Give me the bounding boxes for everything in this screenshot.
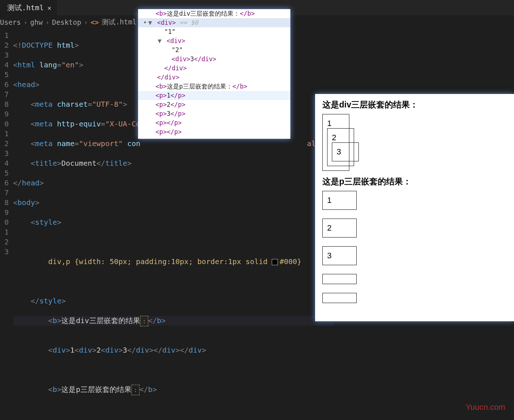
dom-node[interactable]: <p></p> (138, 127, 290, 137)
chevron-down-icon[interactable]: ▼ (148, 18, 153, 27)
dom-text-node[interactable]: "1" (138, 27, 290, 36)
dom-node[interactable]: <p>3</p> (138, 109, 290, 118)
file-html-icon: <> (91, 18, 99, 26)
chevron-right-icon: › (46, 19, 49, 26)
preview-p-empty (322, 274, 357, 284)
dom-node[interactable]: <div>3</div> (138, 55, 290, 64)
breadcrumb-item[interactable]: 测试.html (102, 17, 136, 27)
dom-node[interactable]: <p></p> (138, 118, 290, 127)
nbsp-marker: ： (132, 385, 140, 395)
breadcrumb-item[interactable]: Users (0, 18, 21, 26)
watermark: Yuucn.com (466, 403, 505, 412)
bullet-icon: • (142, 18, 148, 27)
preview-div-2: 2 3 (327, 128, 354, 166)
color-swatch (272, 259, 278, 265)
breadcrumb-item[interactable]: ghw (30, 18, 43, 26)
preview-div-3: 3 (332, 142, 359, 161)
dom-node[interactable]: <p>2</p> (138, 100, 290, 109)
line-number-gutter: 1234 5678 9012 3456 7890 123 (0, 31, 13, 420)
dom-node-selected[interactable]: •▼ <div> == $0 (138, 18, 290, 27)
preview-p-1: 1 (322, 191, 357, 210)
tab-file[interactable]: 测试.html ✕ (0, 0, 57, 16)
preview-p-empty (322, 293, 357, 303)
browser-preview: 这是div三层嵌套的结果： 1 2 3 这是p三层嵌套的结果： 1 2 3 (315, 94, 514, 321)
dom-node[interactable]: </div> (138, 73, 290, 82)
dom-node[interactable]: </div> (138, 64, 290, 73)
nbsp-marker: ： (140, 316, 148, 326)
chevron-right-icon: › (84, 19, 88, 26)
preview-div-1: 1 2 3 (322, 114, 349, 171)
dom-node[interactable]: <b>这是p三层嵌套的结果：</b> (138, 82, 290, 91)
preview-p-2: 2 (322, 219, 357, 238)
chevron-right-icon: › (24, 19, 27, 26)
devtools-elements-panel[interactable]: <b>这是div三层嵌套的结果：</b> •▼ <div> == $0 "1" … (138, 9, 290, 139)
preview-heading: 这是p三层嵌套的结果： (322, 176, 507, 187)
tab-title: 测试.html (7, 3, 44, 13)
preview-heading: 这是div三层嵌套的结果： (322, 99, 507, 110)
dom-text-node[interactable]: "2" (138, 46, 290, 55)
preview-p-3: 3 (322, 246, 357, 265)
dom-node[interactable]: ▼ <div> (138, 36, 290, 46)
close-icon[interactable]: ✕ (47, 4, 51, 12)
breadcrumb-item[interactable]: Desktop (52, 18, 81, 26)
chevron-down-icon[interactable]: ▼ (158, 36, 163, 46)
dom-node[interactable]: <b>这是div三层嵌套的结果：</b> (138, 9, 290, 18)
dom-node-hover[interactable]: <p>1</p> (138, 91, 290, 100)
